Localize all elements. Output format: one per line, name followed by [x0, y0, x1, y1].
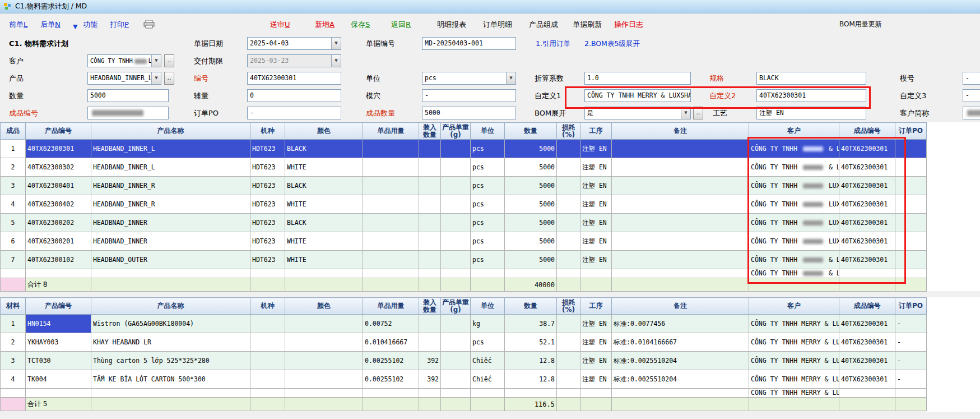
grid-cell[interactable]: [419, 269, 441, 278]
grid-cell[interactable]: [441, 352, 471, 370]
table-row[interactable]: 4TK004TẤM KE BÌA LÓT CARTON 500*3000.002…: [1, 370, 927, 389]
grid-cell[interactable]: [363, 389, 419, 398]
grid-cell[interactable]: 注塑 EN: [580, 158, 612, 177]
grid-cell[interactable]: [441, 232, 471, 251]
column-header[interactable]: 备注: [612, 298, 749, 315]
grid-cell[interactable]: 40TX62300301: [839, 195, 895, 214]
grid-cell[interactable]: [471, 398, 505, 411]
grid-cell[interactable]: 38.7: [505, 315, 557, 333]
code-field[interactable]: 40TX62300301: [247, 72, 341, 85]
grid-cell[interactable]: pcs: [471, 333, 505, 352]
spec-field[interactable]: BLACK: [756, 72, 866, 85]
grid-cell[interactable]: 40TX62300202: [26, 214, 91, 232]
grid-cell[interactable]: [557, 278, 580, 292]
grid-cell[interactable]: 392: [419, 370, 441, 389]
grid-cell[interactable]: HDT623: [250, 177, 285, 195]
column-header[interactable]: 产品名称: [91, 123, 250, 140]
grid-cell[interactable]: 标准:0.0104166667: [612, 333, 749, 352]
operation-log-button[interactable]: 操作日志: [614, 20, 643, 30]
grid-cell[interactable]: [1, 269, 26, 278]
grid-cell[interactable]: TK004: [26, 370, 91, 389]
grid-cell[interactable]: [363, 269, 419, 278]
grid-cell[interactable]: pcs: [471, 195, 505, 214]
column-header[interactable]: 工序: [580, 298, 612, 315]
grid-cell[interactable]: [441, 251, 471, 269]
grid-cell[interactable]: 3: [1, 352, 26, 370]
grid-cell[interactable]: [419, 158, 441, 177]
function-menu-button[interactable]: 功能: [83, 20, 97, 30]
column-header[interactable]: 工序: [580, 123, 612, 140]
grid-cell[interactable]: 2: [1, 158, 26, 177]
grid-cell[interactable]: [580, 269, 612, 278]
grid-cell[interactable]: [895, 278, 927, 292]
column-header[interactable]: 机种: [250, 298, 285, 315]
grid-cell[interactable]: [612, 278, 749, 292]
grid-cell[interactable]: Wistron (GA65AG00BK180004): [91, 315, 250, 333]
table-row[interactable]: 440TX62300402HEADBAND_INNER_RHDT623WHITE…: [1, 195, 927, 214]
grid-cell[interactable]: pcs: [471, 214, 505, 232]
table-row[interactable]: 3TCT030Thùng carton 5 lớp 525*325*2800.0…: [1, 352, 927, 370]
table-row[interactable]: 340TX62300401HEADBAND_INNER_RHDT623BLACK…: [1, 177, 927, 195]
grid-cell[interactable]: [580, 389, 612, 398]
printer-icon[interactable]: [143, 20, 155, 29]
unit-combo[interactable]: pcs: [422, 72, 516, 85]
grid-cell[interactable]: WHITE: [285, 251, 363, 269]
grid-cell[interactable]: [441, 398, 471, 411]
column-header[interactable]: 单位: [471, 298, 505, 315]
grid-cell[interactable]: -: [895, 352, 927, 370]
grid-cell[interactable]: 注塑 EN: [580, 214, 612, 232]
grid-cell[interactable]: [839, 389, 895, 398]
grid-cell[interactable]: [363, 214, 419, 232]
grid-cell[interactable]: [557, 315, 580, 333]
column-header[interactable]: 产品单重(g): [441, 298, 471, 315]
column-header[interactable]: 产品单重(g): [441, 123, 471, 140]
grid-cell[interactable]: [557, 251, 580, 269]
custom1-field[interactable]: CÔNG TY TNHH MERRY & LUXSHA: [584, 89, 691, 102]
grid-cell[interactable]: [419, 251, 441, 269]
grid-cell[interactable]: [471, 389, 505, 398]
grid-cell[interactable]: [285, 389, 363, 398]
grid-cell[interactable]: pcs: [471, 158, 505, 177]
grid-cell[interactable]: 392: [419, 352, 441, 370]
grid-cell[interactable]: [363, 195, 419, 214]
total-row[interactable]: 合计 5116.5: [1, 398, 927, 411]
grid-cell[interactable]: 40TX62300301: [839, 370, 895, 389]
order-po-field[interactable]: -: [247, 107, 341, 119]
grid-cell[interactable]: [612, 140, 749, 158]
grid-cell[interactable]: pcs: [471, 251, 505, 269]
grid-cell[interactable]: [285, 315, 363, 333]
grid-cell[interactable]: HDT623: [250, 251, 285, 269]
grid-cell[interactable]: [441, 370, 471, 389]
grid-cell[interactable]: [363, 232, 419, 251]
grid-cell[interactable]: [612, 214, 749, 232]
column-header[interactable]: 数量: [505, 298, 557, 315]
grid-cell[interactable]: CÔNG TY TNHH LUXS HARE (VIỆT NAM): [749, 195, 839, 214]
grid-cell[interactable]: [839, 269, 895, 278]
grid-cell[interactable]: 标准:0.0025510204: [612, 352, 749, 370]
grid-cell[interactable]: HEADBAND_INNER_L: [91, 158, 250, 177]
column-header[interactable]: 颜色: [285, 123, 363, 140]
grid-cell[interactable]: 5000: [505, 214, 557, 232]
grid-cell[interactable]: 40TX62300402: [26, 195, 91, 214]
grid-cell[interactable]: HEADBAND_INNER_L: [91, 140, 250, 158]
save-button[interactable]: 保存S: [351, 20, 370, 30]
grid-cell[interactable]: 注塑 EN: [580, 232, 612, 251]
bom-expand-combo[interactable]: 是: [584, 107, 691, 119]
grid-cell[interactable]: [749, 398, 839, 411]
column-header[interactable]: 成品编号: [839, 298, 895, 315]
grid-cell[interactable]: 40TX62300301: [839, 177, 895, 195]
grid-cell[interactable]: [285, 278, 363, 292]
detail-report-button[interactable]: 明细报表: [437, 20, 466, 30]
grid-cell[interactable]: [250, 352, 285, 370]
bom-expand-browse-button[interactable]: ..: [693, 107, 703, 119]
grid-cell[interactable]: BLACK: [285, 214, 363, 232]
grid-cell[interactable]: 合计 8: [26, 278, 91, 292]
column-header[interactable]: 客户: [749, 298, 839, 315]
product-browse-button[interactable]: ..: [164, 72, 174, 85]
grid-cell[interactable]: HEADBAND_INNER_R: [91, 177, 250, 195]
grid-cell[interactable]: 0.00752: [363, 315, 419, 333]
grid-cell[interactable]: [612, 269, 749, 278]
materials-grid[interactable]: 材料产品编号产品名称机种颜色单品用量装入数量产品单重(g)单位数量损耗(%)工序…: [0, 297, 927, 411]
grid-cell[interactable]: HDT623: [250, 195, 285, 214]
grid-cell[interactable]: [557, 232, 580, 251]
